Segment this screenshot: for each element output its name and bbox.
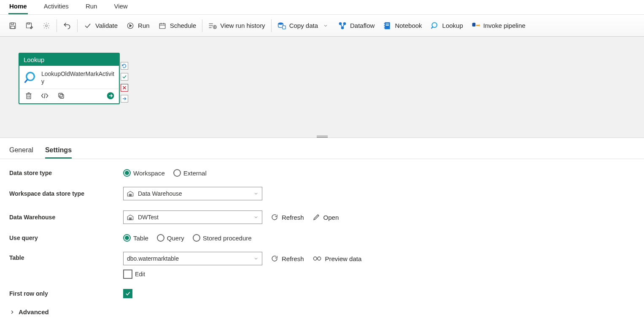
dataflow-button[interactable]: Dataflow [334,19,379,32]
use-query-label: Use query [9,235,123,241]
notebook-label: Notebook [395,22,422,29]
settings-button[interactable] [38,19,55,32]
save-button[interactable] [4,19,21,32]
run-activity-icon[interactable] [106,92,115,100]
svg-marker-7 [130,24,132,27]
svg-rect-39 [60,94,64,98]
copy-data-label: Copy data [289,22,318,29]
warehouse-icon [127,214,134,220]
table-value: dbo.watermarktable [127,255,179,262]
chevron-down-icon [253,215,259,220]
svg-rect-33 [27,94,31,99]
view-run-history-label: View run history [220,22,265,29]
schedule-button[interactable]: Schedule [154,19,201,32]
svg-point-17 [278,22,283,24]
pipeline-canvas[interactable]: Lookup LookupOldWaterMarkActivity [0,37,644,138]
notebook-button[interactable]: Notebook [379,19,426,32]
svg-rect-2 [11,26,15,28]
radio-stored-procedure[interactable]: Stored procedure [193,234,252,242]
svg-rect-18 [282,26,286,29]
run-label: Run [138,22,150,29]
svg-line-29 [431,27,432,28]
edit-icon [313,213,320,221]
open-datawarehouse-button[interactable]: Open [313,213,339,221]
settings-form: Data store type Workspace External Works… [0,159,644,326]
copy-data-button[interactable]: Copy data [273,19,334,32]
radio-workspace[interactable]: Workspace [123,169,165,177]
invoke-pipeline-button[interactable]: Invoke pipeline [467,19,530,32]
radio-table-label: Table [133,235,148,242]
copy-icon[interactable] [57,92,65,100]
delete-icon[interactable] [25,92,32,100]
code-icon[interactable] [40,92,49,99]
workspace-data-store-type-value: Data Warehouse [138,190,182,197]
properties-tabs: General Settings [0,138,644,159]
radio-table[interactable]: Table [123,234,148,242]
lookup-label: Lookup [442,22,463,29]
panel-resize-handle[interactable] [317,136,328,138]
table-select[interactable]: dbo.watermarktable [123,252,262,265]
tab-run[interactable]: Run [85,3,98,14]
svg-rect-46 [131,194,132,196]
refresh-datawarehouse-button[interactable]: Refresh [271,213,304,221]
data-warehouse-label: Data Warehouse [9,214,123,221]
lookup-button[interactable]: Lookup [426,19,467,32]
handle-success-icon[interactable] [121,73,128,81]
svg-point-5 [46,24,48,27]
edit-label: Edit [135,271,145,278]
calendar-icon [158,22,167,30]
table-label: Table [9,252,123,261]
handle-completion-icon[interactable] [121,95,128,102]
workspace-data-store-type-select[interactable]: Data Warehouse [123,187,262,200]
svg-point-50 [317,257,321,260]
first-row-only-checkbox[interactable] [123,289,132,298]
run-button[interactable]: Run [122,19,154,32]
advanced-toggle[interactable]: Advanced [9,308,49,316]
tab-settings[interactable]: Settings [45,146,72,159]
open-label: Open [323,214,339,221]
view-run-history-button[interactable]: View run history [204,19,269,32]
chevron-down-icon [253,191,259,196]
refresh-icon [271,213,278,221]
preview-data-button[interactable]: Preview data [313,255,362,262]
validate-button[interactable]: Validate [79,19,122,32]
activity-name: LookupOldWaterMarkActivity [41,70,115,85]
history-icon [208,22,217,30]
undo-button[interactable] [59,19,75,32]
activity-type-label: Lookup [19,54,119,66]
tab-general[interactable]: General [9,146,33,159]
handle-skip-icon[interactable] [121,62,128,70]
tab-view[interactable]: View [113,3,128,14]
refresh-label: Refresh [282,214,304,221]
lookup-icon [431,22,439,30]
dataflow-label: Dataflow [350,22,375,29]
dataflow-icon [338,22,347,30]
preview-data-label: Preview data [325,255,362,262]
data-store-type-label: Data store type [9,170,123,176]
save-icon [8,22,17,30]
toolbar: Validate Run Schedule View run history C… [0,15,644,37]
save-as-button[interactable] [21,19,38,32]
refresh-icon [271,255,278,262]
preview-icon [313,256,322,262]
validate-label: Validate [95,22,118,29]
radio-query-label: Query [167,235,184,242]
data-warehouse-select[interactable]: DWTest [123,210,262,224]
svg-rect-47 [129,218,130,220]
radio-external[interactable]: External [173,169,207,177]
tab-home[interactable]: Home [8,3,28,14]
radio-query[interactable]: Query [157,234,184,242]
svg-rect-40 [59,93,62,97]
chevron-down-icon [321,22,330,30]
svg-point-28 [432,22,437,27]
tab-activities[interactable]: Activities [43,3,70,14]
invoke-pipeline-label: Invoke pipeline [483,22,525,29]
refresh-table-button[interactable]: Refresh [271,255,304,262]
radio-stored-procedure-label: Stored procedure [203,235,252,242]
ribbon-tabs: Home Activities Run View [0,0,644,15]
activity-lookup-node[interactable]: Lookup LookupOldWaterMarkActivity [19,53,120,104]
svg-point-31 [27,73,35,81]
handle-fail-icon[interactable] [121,84,128,92]
edit-checkbox[interactable] [123,270,132,279]
undo-icon [63,22,71,30]
